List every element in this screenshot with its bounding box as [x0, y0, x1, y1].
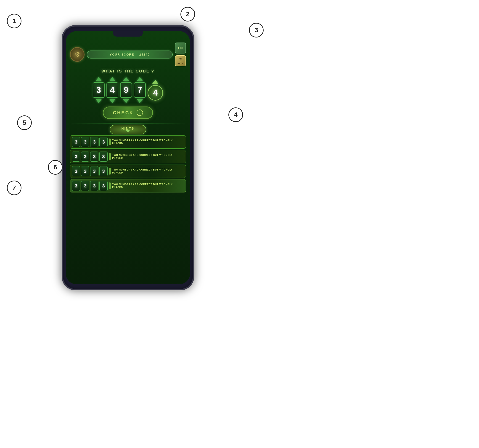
hint-3-digit-2: 3 — [81, 166, 89, 176]
hints-arrow-icon — [126, 130, 130, 133]
hint-3-digit-1: 3 — [72, 166, 80, 176]
digit-5-up[interactable] — [149, 80, 161, 84]
screen-content: ⚙ YOUR SCORE 24240 EN ? HELP — [66, 31, 190, 284]
annotation-3: 3 — [249, 23, 264, 37]
digit-3-card[interactable]: 9 — [120, 82, 132, 98]
hint-row-2: 3 3 3 3 TWO NUMBERS ARE CORRECT BUT — [70, 150, 186, 163]
digit-1-down[interactable] — [93, 99, 105, 103]
annotation-6: 6 — [48, 160, 63, 175]
digit-slot-3: 9 — [120, 77, 132, 103]
game-title: WHAT IS THE CODE ? — [101, 69, 154, 74]
digit-2-down[interactable] — [106, 99, 118, 103]
digit-4-card[interactable]: 7 — [134, 82, 146, 98]
hint-3-indicator — [109, 168, 111, 175]
annotation-5: 5 — [17, 115, 32, 130]
score-display: YOUR SCORE 24240 — [87, 50, 173, 59]
digit-slot-1: 3 — [93, 77, 105, 103]
hint-row-4: 3 3 3 3 TWO NUMBERS ARE CORRECT BUT — [70, 179, 186, 192]
phone-notch — [113, 31, 143, 37]
hint-3-digit-4: 3 — [99, 166, 108, 176]
hint-4-indicator — [109, 182, 111, 189]
hint-4-digit-3: 3 — [90, 181, 99, 191]
annotation-7: 7 — [7, 181, 21, 195]
hint-4-digits: 3 3 3 3 — [72, 181, 108, 191]
hint-4-digit-2: 3 — [81, 181, 89, 191]
hint-row-1: 3 3 3 3 TWO NUMBERS ARE CORRECT BUT — [70, 135, 186, 149]
hint-2-indicator — [109, 153, 111, 160]
digit-1-card[interactable]: 3 — [93, 82, 105, 98]
digit-slot-5: 4 — [147, 80, 163, 101]
phone-screen: ⚙ YOUR SCORE 24240 EN ? HELP — [66, 31, 190, 284]
hint-1-digit-1: 3 — [72, 137, 80, 147]
hint-4-digit-1: 3 — [72, 181, 80, 191]
hint-2-digit-3: 3 — [90, 151, 99, 162]
gear-icon[interactable]: ⚙ — [70, 47, 85, 62]
digit-slot-2: 4 — [106, 77, 118, 103]
hint-3-digits: 3 3 3 3 — [72, 166, 108, 176]
annotation-4: 4 — [228, 108, 243, 122]
digit-4-up[interactable] — [134, 77, 146, 81]
hint-2-digit-4: 3 — [99, 151, 108, 162]
hint-4-digit-4: 3 — [99, 181, 108, 191]
digit-3-down[interactable] — [120, 99, 132, 103]
digit-5-card[interactable]: 4 — [147, 85, 163, 101]
digit-2-card[interactable]: 4 — [106, 82, 118, 98]
hint-row-3: 3 3 3 3 TWO NUMBERS ARE CORRECT BUT — [70, 165, 186, 178]
digit-1-up[interactable] — [93, 77, 105, 81]
divider-1 — [70, 123, 186, 124]
hint-1-indicator — [109, 138, 111, 145]
top-right-controls: EN ? HELP — [175, 42, 186, 66]
top-bar: ⚙ YOUR SCORE 24240 EN ? HELP — [70, 42, 186, 66]
help-button[interactable]: ? HELP — [175, 55, 186, 66]
digit-2-up[interactable] — [106, 77, 118, 81]
hint-3-clue: TWO NUMBERS ARE CORRECT BUT WRONGLY PLAC… — [112, 168, 184, 174]
hint-1-digit-3: 3 — [90, 137, 99, 147]
hint-1-digits: 3 3 3 3 — [72, 137, 108, 147]
hint-2-digit-2: 3 — [81, 151, 89, 162]
code-input-area: 3 4 9 — [70, 77, 186, 103]
hint-1-digit-2: 3 — [81, 137, 89, 147]
hint-1-clue: TWO NUMBERS ARE CORRECT BUT WRONGLY PLAC… — [112, 139, 184, 145]
digit-3-up[interactable] — [120, 77, 132, 81]
language-button[interactable]: EN — [175, 42, 186, 54]
annotation-1: 1 — [7, 14, 21, 28]
annotation-2: 2 — [180, 7, 195, 21]
hint-2-clue: TWO NUMBERS ARE CORRECT BUT WRONGLY PLAC… — [112, 154, 184, 160]
phone-frame: ⚙ YOUR SCORE 24240 EN ? HELP — [62, 25, 194, 290]
digit-4-down[interactable] — [134, 99, 146, 103]
check-icon: ✓ — [137, 109, 143, 116]
hints-list: 3 3 3 3 TWO NUMBERS ARE CORRECT BUT — [70, 135, 186, 192]
hint-2-digits: 3 3 3 3 — [72, 151, 108, 162]
digit-slot-4: 7 — [134, 77, 146, 103]
check-button[interactable]: CHECK ✓ — [103, 107, 153, 119]
hint-1-digit-4: 3 — [99, 137, 108, 147]
hints-header[interactable]: HINTS — [110, 125, 146, 134]
hint-3-digit-3: 3 — [90, 166, 99, 176]
hint-2-digit-1: 3 — [72, 151, 80, 162]
hint-4-clue: TWO NUMBERS ARE CORRECT BUT WRONGLY PLAC… — [112, 183, 184, 189]
